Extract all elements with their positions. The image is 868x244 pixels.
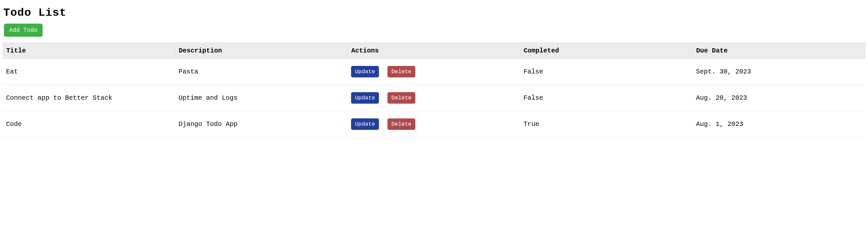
header-completed: Completed	[520, 43, 693, 59]
cell-due-date: Sept. 30, 2023	[693, 59, 865, 85]
table-row: Connect app to Better Stack Uptime and L…	[3, 85, 865, 111]
update-button[interactable]: Update	[351, 66, 379, 78]
cell-description: Uptime and Logs	[175, 85, 348, 111]
cell-completed: False	[520, 85, 693, 111]
delete-button[interactable]: Delete	[388, 92, 415, 104]
delete-button[interactable]: Delete	[388, 66, 415, 78]
table-row: Eat Pasta Update Delete False Sept. 30, …	[3, 59, 865, 85]
table-header-row: Title Description Actions Completed Due …	[3, 43, 865, 59]
cell-due-date: Aug. 1, 2023	[693, 111, 865, 138]
delete-button[interactable]: Delete	[388, 118, 415, 130]
cell-title: Eat	[3, 59, 175, 85]
todo-table: Title Description Actions Completed Due …	[3, 43, 865, 138]
cell-title: Code	[3, 111, 175, 138]
cell-description: Django Todo App	[175, 111, 348, 138]
add-todo-button[interactable]: Add Todo	[4, 24, 42, 37]
cell-due-date: Aug. 20, 2023	[693, 85, 865, 111]
cell-actions: Update Delete	[348, 85, 520, 111]
table-row: Code Django Todo App Update Delete True …	[3, 111, 865, 138]
cell-title: Connect app to Better Stack	[3, 85, 175, 111]
page-title: Todo List	[3, 0, 865, 24]
cell-actions: Update Delete	[348, 59, 520, 85]
header-description: Description	[175, 43, 348, 59]
cell-completed: True	[520, 111, 693, 138]
update-button[interactable]: Update	[351, 92, 379, 104]
header-due-date: Due Date	[693, 43, 865, 59]
header-title: Title	[3, 43, 175, 59]
header-actions: Actions	[348, 43, 520, 59]
cell-actions: Update Delete	[348, 111, 520, 138]
cell-description: Pasta	[175, 59, 348, 85]
cell-completed: False	[520, 59, 693, 85]
update-button[interactable]: Update	[351, 118, 379, 130]
